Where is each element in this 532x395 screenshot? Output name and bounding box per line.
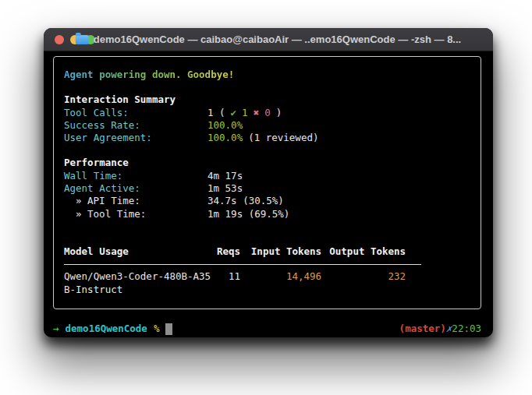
prompt-right-segment: (master) ✗ 22:03	[399, 323, 481, 335]
success-rate-value: 100.0%	[207, 119, 243, 132]
model-output-tokens: 232	[321, 270, 406, 296]
prompt-cwd: demo16QwenCode	[66, 323, 147, 335]
tool-calls-label: Tool Calls:	[64, 107, 207, 119]
header-output-tokens: Output Tokens	[321, 245, 406, 258]
model-usage-header-row: Model Usage Reqs Input Tokens Output Tok…	[64, 245, 470, 258]
api-time-row: » API Time: 34.7s (30.5%)	[64, 195, 470, 207]
success-rate-label: Success Rate:	[64, 119, 207, 132]
model-reqs: 11	[211, 270, 240, 296]
tool-calls-total: 1 (	[207, 107, 225, 119]
header-input-tokens: Input Tokens	[240, 245, 321, 258]
api-time-label: » API Time:	[64, 195, 207, 207]
interaction-summary-heading: Interaction Summary	[64, 93, 176, 106]
goodbye-text: Agent powering down. Goodbye!	[64, 69, 234, 81]
prompt-time: 22:03	[452, 323, 481, 335]
wall-time-value: 4m 17s	[207, 170, 243, 182]
git-branch: (master)	[399, 323, 446, 335]
interaction-summary-heading-row: Interaction Summary	[64, 93, 470, 106]
model-name: Qwen/Qwen3-Coder-480B-A35B-Instruct	[64, 270, 211, 296]
tool-calls-failed-count: 0	[264, 107, 271, 119]
api-time-value: 34.7s (30.5%)	[207, 195, 284, 207]
folder-icon	[76, 35, 89, 44]
terminal-cursor	[165, 323, 172, 335]
prompt-arrow-icon: →	[53, 323, 59, 335]
terminal-screen[interactable]: Agent powering down. Goodbye! Interactio…	[44, 51, 493, 335]
tool-time-row: » Tool Time: 1m 19s (69.5%)	[64, 208, 470, 220]
agent-active-row: Agent Active: 1m 53s	[64, 182, 470, 195]
agent-active-value: 1m 53s	[207, 182, 243, 195]
header-model-usage: Model Usage	[64, 245, 211, 258]
window-title-group: demo16QwenCode — caibao@caibaoAir — ..em…	[76, 34, 461, 45]
user-agreement-value-group: 100.0% (1 reviewed)	[207, 132, 318, 144]
tool-calls-close-paren: )	[276, 107, 282, 119]
tool-calls-success-count: 1	[242, 107, 248, 119]
user-agreement-note: (1 reviewed)	[248, 132, 318, 144]
performance-heading-row: Performance	[64, 157, 470, 169]
goodbye-line: Agent powering down. Goodbye!	[64, 69, 470, 81]
terminal-window: demo16QwenCode — caibao@caibaoAir — ..em…	[44, 28, 493, 337]
tool-calls-value: 1 ( ✔ 1 ✖ 0 )	[207, 107, 282, 119]
success-rate-row: Success Rate: 100.0%	[64, 119, 470, 132]
summary-box: Agent powering down. Goodbye! Interactio…	[53, 56, 481, 309]
cross-icon: ✖	[254, 107, 260, 119]
table-separator	[64, 258, 421, 270]
check-icon: ✔	[231, 107, 237, 119]
wall-time-label: Wall Time:	[64, 170, 207, 182]
close-button[interactable]	[55, 35, 64, 44]
agent-active-label: Agent Active:	[64, 182, 207, 195]
model-usage-data-row: Qwen/Qwen3-Coder-480B-A35B-Instruct 11 1…	[64, 270, 470, 296]
user-agreement-value: 100.0%	[207, 132, 243, 144]
shell-prompt[interactable]: → demo16QwenCode % (master) ✗ 22:03	[53, 323, 481, 335]
window-title: demo16QwenCode — caibao@caibaoAir — ..em…	[94, 34, 461, 45]
tool-calls-row: Tool Calls: 1 ( ✔ 1 ✖ 0 )	[64, 107, 470, 119]
tool-time-value: 1m 19s (69.5%)	[207, 208, 289, 220]
git-dirty-icon: ✗	[446, 323, 452, 335]
model-input-tokens: 14,496	[240, 270, 321, 296]
user-agreement-label: User Agreement:	[64, 132, 207, 144]
performance-heading: Performance	[64, 157, 129, 169]
wall-time-row: Wall Time: 4m 17s	[64, 170, 470, 182]
tool-time-label: » Tool Time:	[64, 208, 207, 220]
header-reqs: Reqs	[211, 245, 240, 258]
title-bar[interactable]: demo16QwenCode — caibao@caibaoAir — ..em…	[44, 28, 493, 51]
prompt-symbol: %	[154, 323, 160, 335]
user-agreement-row: User Agreement: 100.0% (1 reviewed)	[64, 132, 470, 144]
